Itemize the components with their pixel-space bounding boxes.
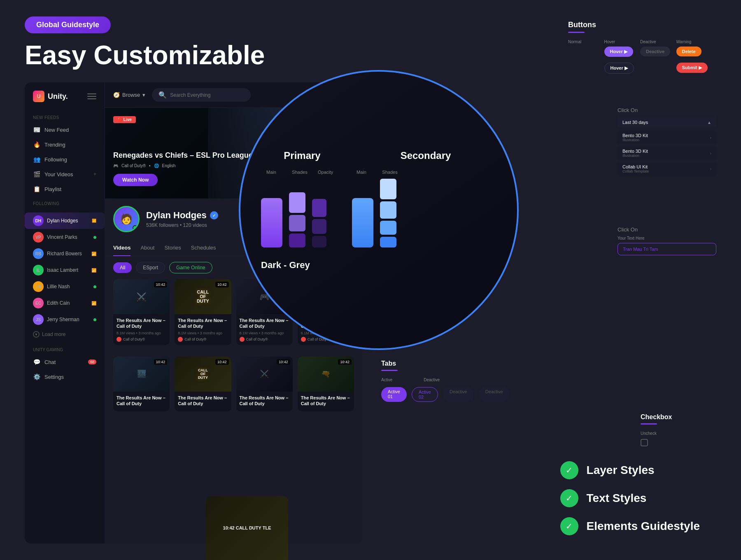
- tab-active-02[interactable]: Active 02: [412, 387, 438, 402]
- tab-about[interactable]: About: [140, 240, 154, 256]
- following-item-dylan[interactable]: DH Dylan Hodges 📶: [25, 212, 105, 229]
- sidebar-item-playlist[interactable]: 📋 Playlist: [25, 182, 105, 196]
- flag-icon: 🌐: [154, 163, 159, 168]
- circle-content: Primary Secondary Main Shades Opacity Ma…: [240, 129, 517, 291]
- list-item-1[interactable]: Bento 3D Kit Illustration ›: [618, 131, 716, 145]
- label-main-1: Main: [261, 170, 282, 175]
- warning-button[interactable]: Delete: [676, 47, 701, 56]
- video-card-8[interactable]: 🔫 10:42 The Results Are Now – Call of Du…: [298, 357, 354, 412]
- channel-dot-4: [301, 337, 306, 342]
- search-input[interactable]: [170, 92, 244, 98]
- video-meta-2: 8.1M views • 3 months ago: [178, 331, 228, 335]
- check-icon-1: ✓: [560, 461, 578, 479]
- filter-game-online[interactable]: Game Online: [169, 262, 212, 273]
- user-name-vincent: Vincent Parks: [47, 234, 77, 240]
- checkbox-unchecked[interactable]: [641, 439, 648, 446]
- following-list: DH Dylan Hodges 📶 VP Vincent Parks RB Ri…: [25, 212, 105, 341]
- click-on-panel: Click On Last 30 days ▲ Bento 3D Kit Ill…: [618, 107, 716, 177]
- tab-deactive-demo-2: Deactive: [479, 387, 510, 402]
- cod-logo-2: CALLOFDUTY: [198, 369, 208, 380]
- text-input-demo[interactable]: [618, 243, 716, 255]
- warning-button-2[interactable]: Submit ▶: [676, 63, 708, 73]
- sub-labels-row: Main Shades Opacity Main Shades: [261, 170, 496, 175]
- video-card-7[interactable]: ⚔️ 10:42 The Results Are Now – Call of D…: [236, 357, 293, 412]
- video-card-1[interactable]: ⚔️ 10:42 The Results Are Now – Call of D…: [113, 279, 170, 345]
- following-item-edith[interactable]: EC Edith Cain 📶: [25, 295, 105, 311]
- duration-5: 10:42: [154, 359, 168, 365]
- avatar-edith: EC: [33, 298, 44, 308]
- video-card-5[interactable]: 🏙️ 10:42 The Results Are Now – Call of D…: [113, 357, 170, 412]
- filter-esport[interactable]: ESport: [136, 262, 165, 273]
- search-icon: 🔍: [158, 91, 167, 99]
- following-item-lillie[interactable]: LN Lillie Nash: [25, 278, 105, 295]
- list-chevron-1: ›: [710, 135, 711, 140]
- button-states-row1: Normal Hover Hover ▶ Deactive Deactive W…: [568, 40, 708, 57]
- click-on-label: Click On: [618, 107, 716, 113]
- unity-gaming-label: Unity Gaming: [25, 341, 105, 355]
- dropdown-demo[interactable]: Last 30 days ▲: [618, 117, 716, 128]
- tabs-panel: Tabs Active Deactive Active 01 Active 02…: [375, 353, 490, 412]
- list-chevron-2: ›: [710, 151, 711, 156]
- cod-logo: CALLOFDUTY: [197, 290, 209, 303]
- explore-icon: 🧭: [113, 92, 120, 98]
- hover-button-2[interactable]: Hover ▶: [604, 63, 634, 74]
- hero-game: Call of Duty®: [121, 163, 146, 168]
- sidebar-item-trending[interactable]: 🔥 Trending: [25, 137, 105, 152]
- duration-6: 10:42: [215, 359, 229, 365]
- label-main-2: Main: [351, 170, 372, 175]
- sidebar-item-new-feed-label: New Feed: [44, 127, 69, 133]
- video-card-6[interactable]: CALLOFDUTY 10:42 The Results Are Now – C…: [175, 357, 231, 412]
- list-item-3[interactable]: Collab UI Kit Collab Template ›: [618, 162, 716, 176]
- tab-stories[interactable]: Stories: [164, 240, 181, 256]
- add-video-icon[interactable]: +: [93, 171, 96, 177]
- trending-icon: 🔥: [33, 141, 40, 148]
- list-item-1-content: Bento 3D Kit Illustration: [622, 133, 648, 142]
- state-hover: Hover Hover ▶: [604, 40, 636, 57]
- duration-1: 10:42: [154, 282, 168, 287]
- check-icon-2: ✓: [560, 489, 578, 507]
- your-videos-icon: 🎬: [33, 171, 40, 177]
- avatar-emoji: 🧑: [120, 213, 133, 225]
- list-item-2[interactable]: Bento 3D Kit Illustration ›: [618, 146, 716, 160]
- following-item-vincent[interactable]: VP Vincent Parks: [25, 229, 105, 245]
- shade-s-3: [380, 221, 396, 235]
- shade-p-2: [289, 215, 305, 231]
- wifi-isaac: 📶: [91, 268, 96, 273]
- checkbox-underline: [641, 423, 657, 425]
- input-click-on-label: Click On: [618, 226, 716, 233]
- list-item-2-sub: Illustration: [622, 154, 648, 158]
- video-thumb-1: ⚔️ 10:42: [113, 279, 170, 314]
- sidebar-item-your-videos[interactable]: 🎬 Your Videos +: [25, 167, 105, 182]
- video-card-2[interactable]: CALLOFDUTY 10:42 The Results Are Now – C…: [175, 279, 231, 345]
- browse-nav[interactable]: 🧭 Browse ▾: [113, 92, 145, 98]
- sidebar-item-following[interactable]: 👥 Following: [25, 152, 105, 167]
- video-info-8: The Results Are Now – Call of Duty: [298, 392, 354, 412]
- avatar-lillie: LN: [33, 281, 44, 292]
- video-thumb-6: CALLOFDUTY 10:42: [175, 357, 231, 392]
- filter-all[interactable]: All: [113, 262, 132, 273]
- following-item-jerry[interactable]: JS Jerry Sherman: [25, 311, 105, 328]
- following-item-isaac[interactable]: IL Isaac Lambert 📶: [25, 262, 105, 278]
- sidebar-item-settings[interactable]: ⚙️ Settings: [25, 369, 105, 384]
- user-name-jerry: Jerry Sherman: [47, 317, 79, 322]
- settings-icon: ⚙️: [33, 373, 40, 380]
- buttons-title: Buttons: [568, 21, 708, 29]
- watch-now-button[interactable]: Watch Now: [113, 174, 158, 186]
- hover-button[interactable]: Hover ▶: [604, 47, 633, 57]
- sidebar-item-new-feed[interactable]: 📰 New Feed: [25, 122, 105, 137]
- video-title-6: The Results Are Now – Call of Duty: [178, 395, 228, 407]
- video-info-2: The Results Are Now – Call of Duty 8.1M …: [175, 314, 231, 345]
- load-more-button[interactable]: ▼ Load more: [25, 328, 105, 341]
- following-item-richard[interactable]: RB Richard Bowers 📶: [25, 245, 105, 262]
- sidebar-item-chat[interactable]: 💬 Chat 68: [25, 355, 105, 369]
- search-bar[interactable]: 🔍: [152, 88, 251, 102]
- primary-main-color: [261, 198, 282, 247]
- tab-active-01[interactable]: Active 01: [381, 387, 407, 402]
- channel-dot-1: [117, 337, 121, 342]
- tab-schedules[interactable]: Schedules: [191, 240, 216, 256]
- hamburger-icon[interactable]: [87, 92, 96, 101]
- profile-avatar: 🧑: [113, 206, 140, 232]
- button-states-row2: Hover ▶ Submit ▶: [568, 63, 708, 74]
- tab-videos[interactable]: Videos: [113, 240, 130, 256]
- duration-7: 10:42: [277, 359, 290, 365]
